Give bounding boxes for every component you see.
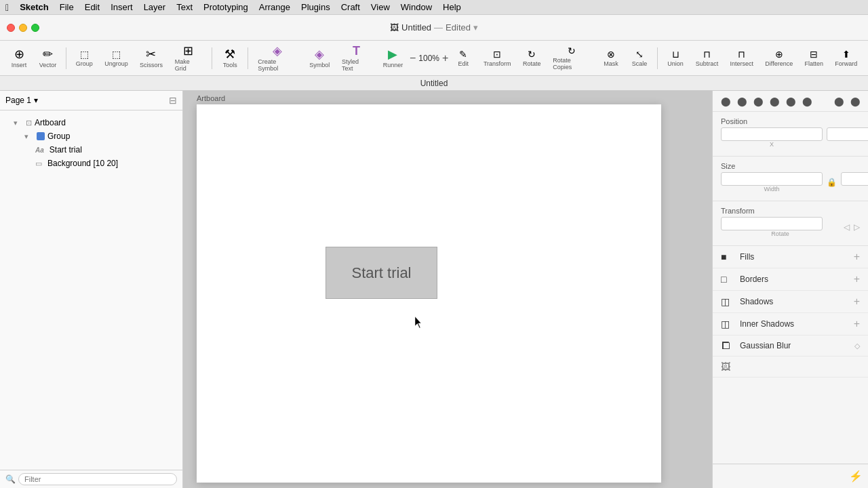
forward-icon: ⬆ (842, 49, 850, 59)
lightning-icon[interactable]: ⚡ (849, 470, 863, 483)
difference-button[interactable]: ⊕ Difference (760, 43, 798, 73)
zoom-plus-button[interactable]: + (442, 52, 448, 64)
alignment-row: ⬤ ⬤ ⬤ ⬤ ⬤ ⬤ ⬤ ⬤ (713, 91, 868, 112)
insert-label: Insert (12, 62, 27, 68)
apple-menu[interactable]:  (5, 2, 9, 13)
maximize-button[interactable] (31, 24, 39, 32)
vector-button[interactable]: ✏ Vector (34, 43, 62, 73)
runner-button[interactable]: ▶ Runner (378, 43, 408, 73)
lock-aspect-icon[interactable]: 🔒 (827, 178, 837, 187)
styled-text-button[interactable]: T Styled Text (336, 43, 376, 73)
menu-layer[interactable]: Layer (144, 2, 166, 12)
menu-text[interactable]: Text (176, 2, 193, 12)
ungroup-button[interactable]: ⬚ Ungroup (100, 43, 134, 73)
scale-button[interactable]: ⤡ Scale (626, 43, 653, 73)
forward-button[interactable]: ⬆ Forward (830, 43, 863, 73)
edit-toolbar-button[interactable]: ✎ Edit (450, 43, 477, 73)
height-field-group: Height (841, 172, 868, 192)
subtract-icon: ⊓ (703, 49, 711, 59)
inner-shadows-row[interactable]: ◫ Inner Shadows + (713, 313, 868, 336)
menu-insert[interactable]: Insert (111, 2, 133, 12)
align-center-v-button[interactable]: ⬤ (783, 94, 798, 108)
group-button[interactable]: ⬚ Group (71, 43, 98, 73)
width-input[interactable] (721, 172, 823, 186)
menu-help[interactable]: Help (443, 2, 461, 12)
align-bottom-button[interactable]: ⬤ (800, 94, 814, 108)
canvas-area[interactable]: Artboard Start trial (183, 91, 712, 488)
title-chevron-icon[interactable]: ▾ (473, 22, 478, 33)
gaussian-blur-icon: ⧠ (721, 340, 734, 351)
document-title: Untitled (401, 22, 431, 33)
edit-toolbar-label: Edit (458, 60, 469, 67)
menu-edit[interactable]: Edit (85, 2, 100, 12)
filter-input[interactable] (18, 473, 177, 485)
menu-prototyping[interactable]: Prototyping (203, 2, 248, 12)
x-input[interactable] (721, 127, 823, 141)
document-tab-title: Untitled (420, 79, 448, 88)
sidebar-item-group[interactable]: ▾ Group (0, 129, 182, 143)
flip-right-icon[interactable]: ▷ (854, 222, 860, 232)
inner-shadows-add-button[interactable]: + (854, 318, 860, 330)
fills-row[interactable]: ■ Fills + (713, 246, 868, 268)
menu-view[interactable]: View (371, 2, 390, 12)
align-left-button[interactable]: ⬤ (718, 94, 733, 108)
artboard-canvas[interactable]: Start trial (197, 104, 661, 483)
minimize-button[interactable] (19, 24, 27, 32)
zoom-control: − 100% + (410, 52, 448, 64)
rotate-copies-icon: ↻ (568, 46, 576, 56)
flatten-button[interactable]: ⊟ Flatten (800, 43, 829, 73)
height-input[interactable] (841, 172, 868, 186)
align-top-button[interactable]: ⬤ (767, 94, 782, 108)
zoom-minus-button[interactable]: − (410, 52, 416, 64)
image-section[interactable]: 🖼 (713, 357, 868, 378)
menu-plugins[interactable]: Plugins (301, 2, 330, 12)
distribute-v-button[interactable]: ⬤ (848, 94, 863, 108)
borders-add-button[interactable]: + (854, 273, 860, 285)
toolbar-sep-4 (657, 47, 658, 69)
shadows-add-button[interactable]: + (854, 296, 860, 308)
y-input[interactable] (827, 127, 868, 141)
transform-button[interactable]: ⊡ Transform (478, 43, 516, 73)
collapse-icon[interactable]: ⊟ (169, 95, 177, 106)
union-button[interactable]: ⊔ Union (662, 43, 689, 73)
symbol-button[interactable]: ◈ Symbol (304, 43, 335, 73)
difference-label: Difference (765, 60, 793, 67)
make-grid-button[interactable]: ⊞ Make Grid (170, 43, 208, 73)
menu-window[interactable]: Window (401, 2, 432, 12)
rotate-label: Rotate (523, 60, 541, 67)
scissors-label: Scissors (140, 62, 163, 68)
create-symbol-button[interactable]: ◈ Create Symbol (252, 43, 302, 73)
close-button[interactable] (7, 24, 15, 32)
tools-button[interactable]: ⚒ Tools (216, 43, 243, 73)
right-panel-bottom: ⚡ (713, 464, 868, 488)
sidebar-item-background[interactable]: ▭ Background [10 20] (0, 157, 182, 170)
flip-left-icon[interactable]: ◁ (844, 222, 850, 232)
menu-file[interactable]: File (60, 2, 74, 12)
sidebar-item-artboard[interactable]: ▾ ⊡ Artboard (0, 116, 182, 129)
insert-button[interactable]: ⊕ Insert (5, 43, 33, 73)
rotate-input[interactable] (721, 217, 823, 230)
mask-button[interactable]: ⊗ Mask (597, 43, 625, 73)
traffic-lights (7, 24, 39, 32)
fills-add-button[interactable]: + (854, 251, 860, 263)
start-trial-canvas-button[interactable]: Start trial (326, 247, 437, 299)
shadows-row[interactable]: ◫ Shadows + (713, 291, 868, 313)
distribute-h-button[interactable]: ⬤ (831, 94, 846, 108)
menu-arrange[interactable]: Arrange (259, 2, 290, 12)
intersect-button[interactable]: ⊓ Intersect (725, 43, 759, 73)
sidebar-item-start-trial[interactable]: Aa Start trial (0, 143, 182, 157)
background-layer-label: Background [10 20] (47, 159, 118, 168)
borders-row[interactable]: □ Borders + (713, 268, 868, 291)
rotate-copies-button[interactable]: ↻ Rotate Copies (547, 43, 596, 73)
right-panel: ⬤ ⬤ ⬤ ⬤ ⬤ ⬤ ⬤ ⬤ Position X (712, 91, 868, 488)
rotate-button[interactable]: ↻ Rotate (517, 43, 546, 73)
scissors-button[interactable]: ✂ Scissors (134, 43, 167, 73)
page-selector[interactable]: Page 1 ▾ ⊟ (0, 91, 182, 110)
subtract-button[interactable]: ⊓ Subtract (690, 43, 724, 73)
align-right-button[interactable]: ⬤ (751, 94, 766, 108)
menu-craft[interactable]: Craft (341, 2, 360, 12)
gaussian-blur-row[interactable]: ⧠ Gaussian Blur ◇ (713, 336, 868, 357)
ungroup-label: Ungroup (104, 60, 128, 67)
align-center-h-button[interactable]: ⬤ (734, 94, 749, 108)
symbol-label: Symbol (309, 62, 330, 68)
